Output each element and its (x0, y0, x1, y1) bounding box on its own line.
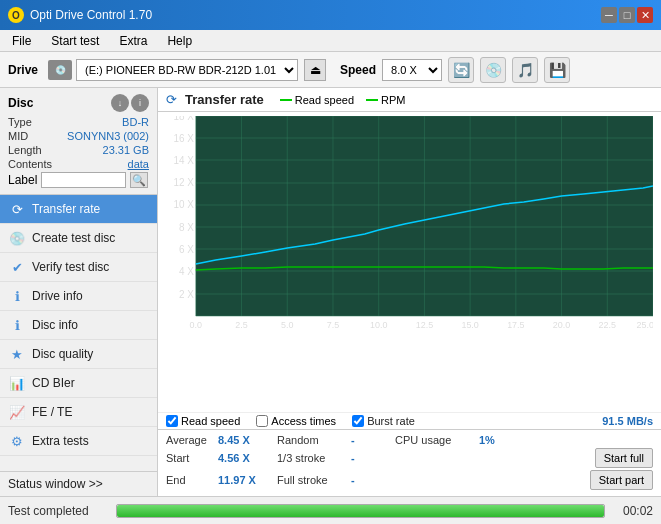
disc-button[interactable]: 💿 (480, 57, 506, 83)
nav-item-verify-test-disc[interactable]: ✔ Verify test disc (0, 253, 157, 282)
svg-text:6 X: 6 X (179, 244, 194, 255)
svg-text:17.5: 17.5 (507, 320, 524, 330)
read-speed-checkbox[interactable] (166, 415, 178, 427)
eject-button[interactable]: ⏏ (304, 59, 326, 81)
disc-contents-value[interactable]: data (128, 158, 149, 170)
svg-text:4 X: 4 X (179, 266, 194, 277)
title-controls[interactable]: ─ □ ✕ (601, 7, 653, 23)
label-browse-button[interactable]: 🔍 (130, 172, 148, 188)
status-window-link[interactable]: Status window >> (0, 471, 157, 496)
nav-item-cd-bler[interactable]: 📊 CD BIer (0, 369, 157, 398)
chart-svg-container: 18 X 16 X 14 X 12 X 10 X 8 X 6 X 4 X 2 X (158, 112, 661, 412)
svg-text:2.5: 2.5 (235, 320, 247, 330)
svg-text:5.0: 5.0 (281, 320, 293, 330)
transfer-rate-chart: 18 X 16 X 14 X 12 X 10 X 8 X 6 X 4 X 2 X (166, 116, 653, 336)
disc-mid-value: SONYNN3 (002) (67, 130, 149, 142)
status-bar: Test completed 00:02 (0, 496, 661, 524)
start-part-button[interactable]: Start part (590, 470, 653, 490)
legend-rpm: RPM (366, 94, 405, 106)
read-speed-legend-icon (280, 97, 292, 103)
average-label: Average (166, 434, 214, 446)
stats-row-end: End 11.97 X Full stroke - Start part (166, 470, 653, 490)
nav-item-transfer-rate[interactable]: ⟳ Transfer rate (0, 195, 157, 224)
svg-text:0.0: 0.0 (190, 320, 202, 330)
label-input[interactable] (41, 172, 126, 188)
disc-arrow-icon: ↓ (111, 94, 129, 112)
nav-label-extra-tests: Extra tests (32, 434, 89, 448)
title-bar: O Opti Drive Control 1.70 ─ □ ✕ (0, 0, 661, 30)
start-label: Start (166, 452, 214, 464)
svg-text:14 X: 14 X (173, 155, 194, 166)
stats-area: Average 8.45 X Random - CPU usage 1% Sta… (158, 429, 661, 496)
status-time: 00:02 (613, 504, 653, 518)
legend-read-speed: Read speed (280, 94, 354, 106)
start-full-button[interactable]: Start full (595, 448, 653, 468)
disc-mid-label: MID (8, 130, 28, 142)
fe-te-icon: 📈 (8, 403, 26, 421)
legend-read-speed-label: Read speed (295, 94, 354, 106)
svg-text:10.0: 10.0 (370, 320, 387, 330)
svg-text:20.0: 20.0 (553, 320, 570, 330)
toolbar: Drive 💿 (E:) PIONEER BD-RW BDR-212D 1.01… (0, 52, 661, 88)
nav-item-disc-info[interactable]: ℹ Disc info (0, 311, 157, 340)
svg-text:8 X: 8 X (179, 222, 194, 233)
extra-tests-icon: ⚙ (8, 432, 26, 450)
random-label: Random (277, 434, 347, 446)
disc-length-field: Length 23.31 GB (8, 144, 149, 156)
cpu-value: 1% (479, 434, 495, 446)
nav-item-fe-te[interactable]: 📈 FE / TE (0, 398, 157, 427)
read-speed-checkbox-item[interactable]: Read speed (166, 415, 240, 427)
drive-select-wrapper: 💿 (E:) PIONEER BD-RW BDR-212D 1.01 (48, 59, 298, 81)
status-window-label: Status window >> (8, 477, 103, 491)
sidebar: Disc ↓ i Type BD-R MID SONYNN3 (002) Len… (0, 88, 158, 496)
svg-text:22.5: 22.5 (599, 320, 616, 330)
drive-info-icon: ℹ (8, 287, 26, 305)
svg-text:15.0: 15.0 (461, 320, 478, 330)
menu-start-test[interactable]: Start test (43, 32, 107, 50)
transfer-rate-icon: ⟳ (8, 200, 26, 218)
save-button[interactable]: 💾 (544, 57, 570, 83)
burst-rate-checkbox-label: Burst rate (367, 415, 415, 427)
start-value: 4.56 X (218, 452, 273, 464)
legend-rpm-label: RPM (381, 94, 405, 106)
access-times-checkbox[interactable] (256, 415, 268, 427)
minimize-button[interactable]: ─ (601, 7, 617, 23)
disc-info-icon: i (131, 94, 149, 112)
nav-label-transfer-rate: Transfer rate (32, 202, 100, 216)
stats-row-average: Average 8.45 X Random - CPU usage 1% (166, 434, 653, 446)
create-test-disc-icon: 💿 (8, 229, 26, 247)
refresh-button[interactable]: 🔄 (448, 57, 474, 83)
svg-text:18 X: 18 X (173, 116, 194, 122)
nav-item-create-test-disc[interactable]: 💿 Create test disc (0, 224, 157, 253)
nav-label-disc-info: Disc info (32, 318, 78, 332)
nav-item-drive-info[interactable]: ℹ Drive info (0, 282, 157, 311)
close-button[interactable]: ✕ (637, 7, 653, 23)
disc-contents-field: Contents data (8, 158, 149, 170)
svg-text:7.5: 7.5 (327, 320, 339, 330)
svg-text:25.0 GB: 25.0 GB (637, 320, 653, 330)
drive-label: Drive (8, 63, 38, 77)
nav-label-disc-quality: Disc quality (32, 347, 93, 361)
burst-rate-checkbox[interactable] (352, 415, 364, 427)
drive-dropdown[interactable]: (E:) PIONEER BD-RW BDR-212D 1.01 (76, 59, 298, 81)
nav-section: ⟳ Transfer rate 💿 Create test disc ✔ Ver… (0, 195, 157, 471)
svg-text:2 X: 2 X (179, 289, 194, 300)
speed-label: Speed (340, 63, 376, 77)
disc-section: Disc ↓ i Type BD-R MID SONYNN3 (002) Len… (0, 88, 157, 195)
menu-file[interactable]: File (4, 32, 39, 50)
burst-rate-checkbox-item[interactable]: Burst rate (352, 415, 415, 427)
access-times-checkbox-item[interactable]: Access times (256, 415, 336, 427)
nav-label-cd-bler: CD BIer (32, 376, 75, 390)
chart-title-icon: ⟳ (166, 92, 177, 107)
nav-item-disc-quality[interactable]: ★ Disc quality (0, 340, 157, 369)
random-value: - (351, 434, 391, 446)
nav-item-extra-tests[interactable]: ⚙ Extra tests (0, 427, 157, 456)
menu-help[interactable]: Help (159, 32, 200, 50)
speed-dropdown[interactable]: 8.0 X (382, 59, 442, 81)
chart-controls: Read speed Access times Burst rate 91.5 … (158, 412, 661, 429)
menu-extra[interactable]: Extra (111, 32, 155, 50)
stroke-1-label: 1/3 stroke (277, 452, 347, 464)
maximize-button[interactable]: □ (619, 7, 635, 23)
music-button[interactable]: 🎵 (512, 57, 538, 83)
disc-length-value: 23.31 GB (103, 144, 149, 156)
